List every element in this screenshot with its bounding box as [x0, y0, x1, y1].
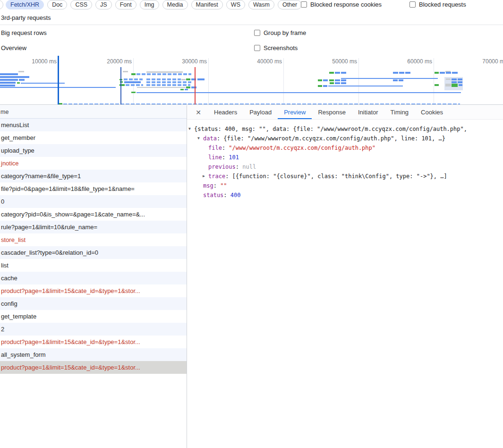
blocked-response-cookies-label: Blocked response cookies	[310, 1, 382, 8]
filter-pill-js[interactable]: JS	[95, 0, 112, 9]
waterfall-bar	[335, 82, 340, 84]
waterfall-bar	[318, 79, 322, 81]
group-by-frame-option[interactable]: Group by frame	[254, 29, 306, 36]
waterfall-bar	[0, 76, 29, 78]
requests-list: menusListget_memberupload_typejnoticecat…	[0, 119, 187, 374]
preview-line[interactable]: ▼{status: 400, msg: "", data: {file: "/w…	[187, 124, 503, 134]
tab-response[interactable]: Response	[312, 105, 352, 119]
group-by-frame-checkbox[interactable]	[254, 30, 260, 36]
request-row[interactable]: 2	[0, 323, 187, 336]
json-property-name: status	[203, 192, 223, 198]
waterfall-bar	[435, 72, 439, 74]
json-property-name: file	[208, 145, 222, 151]
network-main-split: me menusListget_memberupload_typejnotice…	[0, 105, 503, 448]
filter-pill-img[interactable]: Img	[140, 0, 159, 9]
overview-label[interactable]: Overview	[1, 44, 26, 52]
waterfall-bar	[0, 79, 18, 81]
filter-pill-css[interactable]: CSS	[70, 0, 92, 9]
request-row[interactable]: product?page=1&limit=15&cate_id=&type=1&…	[0, 361, 187, 374]
request-row[interactable]: rule?page=1&limit=10&rule_name=	[0, 221, 187, 233]
request-row[interactable]: store_list	[0, 233, 187, 246]
waterfall-bar	[446, 78, 451, 80]
preview-line[interactable]: ▼data: {file: "/www/wwwroot/m.ccyqzx.com…	[187, 134, 503, 143]
screenshots-checkbox[interactable]	[254, 45, 260, 51]
waterfall-bar	[17, 82, 20, 84]
filter-row: Fetch/XHRDocCSSJSFontImgMediaManifestWSW…	[0, 0, 503, 11]
waterfall-bar	[452, 84, 458, 87]
request-row[interactable]: product?page=1&limit=15&cate_id=&type=1&…	[0, 284, 187, 297]
third-party-requests-label[interactable]: 3rd-party requests	[1, 14, 51, 21]
filter-pill-fetch-xhr[interactable]: Fetch/XHR	[6, 0, 44, 9]
request-row[interactable]: product?page=1&limit=15&cate_id=&type=1&…	[0, 336, 187, 348]
network-overview-timeline[interactable]: 10000 ms20000 ms30000 ms40000 ms50000 ms…	[0, 56, 503, 105]
filter-pill-doc[interactable]: Doc	[47, 0, 67, 9]
request-row[interactable]: cache	[0, 272, 187, 284]
request-row[interactable]: menusList	[0, 119, 187, 131]
waterfall-bar	[126, 84, 143, 86]
preview-line: status: 400	[187, 190, 503, 200]
filter-pill-other[interactable]: Other	[278, 0, 302, 9]
tab-payload[interactable]: Payload	[243, 105, 278, 119]
waterfall-bar	[181, 79, 186, 80]
waterfall-bar	[440, 72, 445, 74]
filter-pill-wasm[interactable]: Wasm	[248, 0, 274, 9]
timeline-gridline	[208, 58, 209, 104]
json-plain-value: :	[213, 182, 220, 189]
filter-pill-manifest[interactable]: Manifest	[191, 0, 223, 9]
collapsed-arrow-icon[interactable]: ▶	[203, 172, 205, 181]
blocked-requests-option[interactable]: Blocked requests	[409, 1, 466, 8]
expanded-arrow-icon[interactable]: ▼	[188, 124, 191, 134]
tab-timing[interactable]: Timing	[384, 105, 415, 119]
request-row[interactable]: category?name=&file_type=1	[0, 170, 187, 182]
waterfall-bar	[452, 72, 458, 74]
request-row[interactable]: get_template	[0, 310, 187, 323]
waterfall-bar	[341, 82, 346, 84]
expanded-arrow-icon[interactable]: ▼	[197, 134, 200, 143]
tab-initiator[interactable]: Initiator	[352, 105, 384, 119]
request-row[interactable]: config	[0, 297, 187, 310]
preview-line[interactable]: ▶trace: [{function: "{closure}", class: …	[187, 172, 503, 181]
json-plain-value: : [{function: "{closure}", class: "think…	[225, 173, 447, 180]
filter-pill-font[interactable]: Font	[115, 0, 136, 9]
name-column-header[interactable]: me	[0, 105, 187, 119]
big-request-rows-label[interactable]: Big request rows	[1, 29, 47, 36]
json-number-value: 101	[229, 154, 239, 161]
waterfall-bar	[124, 78, 143, 80]
waterfall-bar	[405, 72, 410, 74]
waterfall-bar	[329, 79, 334, 81]
request-row[interactable]: all_system_form	[0, 348, 187, 361]
waterfall-bar	[458, 78, 462, 80]
waterfall-bar	[137, 87, 186, 88]
waterfall-bar	[131, 92, 136, 93]
request-row[interactable]: file?pid=0&page=1&limit=18&file_type=1&n…	[0, 182, 187, 195]
blocked-response-cookies-option[interactable]: Blocked response cookies	[301, 1, 382, 8]
waterfall-bar	[146, 78, 181, 80]
waterfall-bar	[435, 84, 439, 86]
request-row[interactable]: cascader_list?type=0&relation_id=0	[0, 246, 187, 259]
json-property-name: msg	[203, 182, 213, 189]
request-row[interactable]: upload_type	[0, 144, 187, 157]
network-toolbar: Fetch/XHRDocCSSJSFontImgMediaManifestWSW…	[0, 0, 503, 56]
waterfall-bar	[136, 73, 191, 75]
json-property-name: line	[208, 154, 222, 161]
filter-pill-media[interactable]: Media	[162, 0, 188, 9]
waterfall-bar	[146, 84, 190, 86]
blocked-requests-checkbox[interactable]	[409, 1, 416, 8]
filter-pill-ws[interactable]: WS	[226, 0, 245, 9]
close-icon[interactable]: ✕	[195, 105, 202, 119]
screenshots-option[interactable]: Screenshots	[254, 44, 298, 52]
request-row[interactable]: 0	[0, 195, 187, 208]
request-row[interactable]: jnotice	[0, 157, 187, 170]
request-row[interactable]: category?pid=0&is_show=&page=1&cate_name…	[0, 208, 187, 221]
waterfall-bar	[180, 89, 184, 90]
request-row[interactable]: list	[0, 259, 187, 272]
json-null-value: null	[242, 164, 256, 170]
all-filter-pill-partial[interactable]	[0, 0, 3, 9]
tab-preview[interactable]: Preview	[278, 105, 312, 119]
request-row[interactable]: get_member	[0, 131, 187, 144]
waterfall-bar	[459, 84, 462, 86]
tab-cookies[interactable]: Cookies	[415, 105, 449, 119]
blocked-response-cookies-checkbox[interactable]	[301, 1, 307, 8]
tab-headers[interactable]: Headers	[208, 105, 243, 119]
toolbar-divider	[0, 25, 503, 25]
